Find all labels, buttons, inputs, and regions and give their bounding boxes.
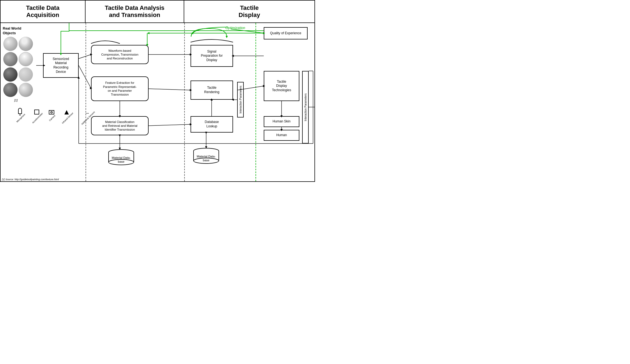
quality-exp-box: Quality of Experience (264, 27, 308, 39)
divider-3 (256, 23, 256, 181)
header-acquisition-label: Tactile Data Acquisition (26, 4, 59, 19)
divider-2 (184, 23, 185, 181)
camera-icon (49, 110, 54, 114)
object-ball-8 (19, 83, 33, 97)
human-skin-label: Human Skin (273, 119, 290, 124)
interaction-params-right-box: Interaction Parameters (302, 71, 309, 144)
tactile-display-tech-box: Tactile Display Technologies (264, 71, 299, 101)
tactile-rendering-label: Tactile Rendering (204, 86, 219, 94)
svg-line-19 (79, 65, 91, 88)
feature-label: Feature Extraction for Parametric Repres… (103, 81, 137, 96)
database-lookup-box: Database Lookup (191, 116, 233, 133)
microphone-label: Microphone (16, 113, 26, 123)
header-display-label: Tactile Display (239, 4, 260, 19)
real-world-objects-label: Real WorldObjects (3, 26, 21, 36)
object-ball-3 (3, 52, 18, 66)
header-analysis: Tactile Data Analysis and Transmission (86, 1, 184, 22)
material-class-label: Material Classification and Retrieval an… (102, 120, 137, 132)
microphone-icon (18, 108, 22, 114)
diagram-container: Tactile Data Acquisition Tactile Data An… (0, 0, 315, 182)
camera-label: Camera (49, 114, 56, 122)
optimization-label: Optimization (225, 26, 245, 30)
microphone-icon-group: Microphone (14, 108, 26, 120)
divider-1 (86, 23, 86, 181)
quality-exp-label: Quality of Experience (270, 31, 301, 36)
material-class-box: Material Classification and Retrieval an… (91, 116, 149, 135)
header-display: Tactile Display (184, 1, 314, 22)
tactile-display-tech-label: Tactile Display Technologies (272, 80, 291, 93)
object-ball-1 (3, 37, 18, 51)
dots-icon: ... (86, 110, 89, 114)
svg-marker-48 (226, 36, 228, 38)
sensor-icons-row: Microphone Accelerometer Camera Infrared… (14, 108, 97, 120)
main-content: Real WorldObjects [1] Sensorized Materia… (1, 23, 314, 181)
object-ball-4 (19, 52, 33, 66)
sensorized-label: Sensorized Material Recording Device (53, 57, 69, 74)
accelerometer-icon-group: Accelerometer (30, 110, 44, 120)
ref-label: [1] (14, 99, 18, 102)
infrared-icon-group: Infrared Sensor (59, 110, 74, 120)
arrows-svg (1, 23, 314, 181)
object-ball-7 (3, 83, 18, 97)
object-ball-5 (3, 67, 18, 82)
sensorized-box: Sensorized Material Recording Device (43, 53, 79, 78)
material-db-left: Material Data- base (107, 149, 135, 165)
svg-text:base: base (203, 159, 209, 162)
infrared-icon (64, 110, 69, 114)
svg-marker-54 (147, 32, 149, 34)
human-label: Human (276, 133, 287, 137)
svg-text:base: base (118, 160, 124, 163)
human-box: Human (264, 130, 299, 141)
human-skin-box: Human Skin (264, 116, 299, 127)
header-acquisition: Tactile Data Acquisition (1, 1, 86, 22)
database-lookup-label: Database Lookup (205, 120, 219, 128)
svg-text:Material Data-: Material Data- (197, 155, 215, 158)
source-note: [1] Source: http://guidetooilpainting.co… (2, 178, 59, 181)
waveform-label: Waveform-based Compression, Transmission… (101, 49, 138, 61)
signal-prep-label: Signal Preparation for Display (201, 50, 223, 62)
feature-box: Feature Extraction for Parametric Repres… (91, 76, 149, 101)
object-ball-6 (19, 67, 33, 82)
interaction-params-left-box: Interaction Parameters (237, 82, 244, 117)
header-analysis-label: Tactile Data Analysis and Transmission (105, 4, 164, 19)
interaction-params-left-label: Interaction Parameters (239, 86, 242, 113)
camera-icon-group: Camera (47, 110, 55, 120)
object-ball-2 (19, 37, 33, 51)
signal-prep-box: Signal Preparation for Display (191, 45, 233, 67)
svg-line-17 (79, 55, 91, 59)
waveform-box: Waveform-based Compression, Transmission… (91, 45, 149, 64)
header-row: Tactile Data Acquisition Tactile Data An… (1, 1, 314, 23)
svg-text:Material Data-: Material Data- (112, 156, 130, 159)
interaction-params-right-label: Interaction Parameters (304, 93, 307, 121)
svg-marker-52 (191, 32, 193, 34)
tactile-rendering-box: Tactile Rendering (191, 81, 233, 100)
accelerometer-icon (34, 110, 39, 114)
material-db-right: Material Data- base (192, 148, 220, 164)
